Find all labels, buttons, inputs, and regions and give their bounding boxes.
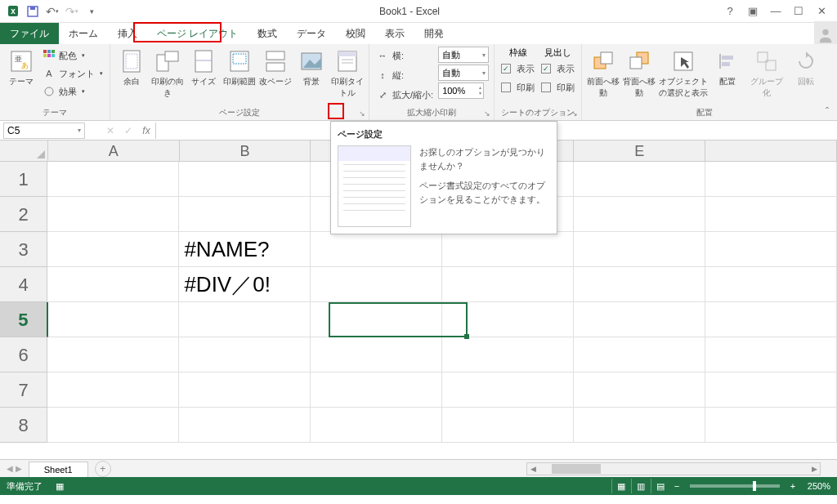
close-icon[interactable]: ✕ — [811, 3, 832, 20]
name-box[interactable]: C5 — [3, 123, 85, 139]
window-controls: ? ▣ — ☐ ✕ — [714, 3, 837, 20]
row-header-6[interactable]: 6 — [0, 337, 47, 372]
row-header-2[interactable]: 2 — [0, 197, 47, 232]
printtitles-button[interactable]: 印刷タイトル — [331, 47, 364, 100]
row-header-4[interactable]: 4 — [0, 267, 47, 302]
scale-spinner[interactable]: 100% — [438, 83, 484, 99]
orientation-label: 印刷の向き — [151, 76, 184, 99]
group-objects-button[interactable]: グループ化 — [747, 47, 786, 100]
title-bar: x ↶▾ ↷▾ ▾ Book1 - Excel ? ▣ — ☐ ✕ — [0, 0, 837, 23]
background-button[interactable]: 背景 — [295, 47, 328, 89]
ribbon: 亜あ テーマ 配色▾ Aフォント▾ 効果▾ テーマ 余白 印刷の向き サイズ 印… — [0, 44, 837, 121]
horizontal-scrollbar[interactable]: ◀▶ — [526, 462, 821, 475]
pagesetup-dialog-launcher[interactable]: ↘ — [357, 109, 367, 118]
selection-icon — [670, 48, 696, 74]
rotate-icon — [793, 48, 819, 74]
scale-dialog-launcher[interactable]: ↘ — [482, 109, 492, 118]
tab-pagelayout[interactable]: ページ レイアウト — [147, 23, 248, 44]
margins-button[interactable]: 余白 — [115, 47, 148, 89]
bring-forward-icon — [590, 48, 616, 74]
theme-effects-button[interactable]: 効果▾ — [41, 83, 105, 100]
excel-app-icon: x — [5, 3, 21, 20]
zoom-level[interactable]: 250% — [808, 481, 830, 491]
fx-button[interactable]: fx — [137, 123, 155, 139]
theme-colors-button[interactable]: 配色▾ — [41, 47, 105, 65]
send-backward-button[interactable]: 背面へ移動 — [623, 47, 656, 100]
col-header-A[interactable]: A — [48, 140, 180, 162]
sheet-tab-1[interactable]: Sheet1 — [29, 462, 88, 477]
help-icon[interactable]: ? — [719, 3, 741, 20]
view-normal-icon[interactable]: ▦ — [611, 479, 631, 493]
effects-label: 効果 — [59, 86, 77, 98]
theme-fonts-button[interactable]: Aフォント▾ — [41, 65, 105, 83]
svg-rect-6 — [43, 50, 47, 53]
qat-customize-icon[interactable]: ▾ — [83, 3, 100, 20]
undo-icon[interactable]: ↶▾ — [44, 3, 60, 20]
cell-B1[interactable] — [179, 162, 311, 197]
selection-pane-button[interactable]: オブジェクトの選択と表示 — [659, 47, 708, 100]
tab-home[interactable]: ホーム — [59, 23, 108, 44]
orientation-button[interactable]: 印刷の向き — [151, 47, 184, 100]
row-header-3[interactable]: 3 — [0, 232, 47, 267]
minimize-icon[interactable]: — — [765, 3, 786, 20]
size-button[interactable]: サイズ — [187, 47, 220, 89]
background-icon — [298, 48, 325, 74]
cell-B4[interactable]: #DIV／0! — [179, 267, 311, 302]
redo-icon[interactable]: ↷▾ — [64, 3, 80, 20]
svg-rect-16 — [165, 51, 178, 61]
sheet-nav-prev[interactable]: ◀ ▶ — [0, 464, 29, 473]
user-avatar[interactable] — [814, 21, 837, 44]
zoom-slider[interactable] — [690, 484, 780, 488]
ribbon-collapse-icon[interactable]: ˆ — [821, 105, 834, 118]
tab-file[interactable]: ファイル — [0, 23, 59, 44]
add-sheet-button[interactable]: + — [95, 461, 111, 477]
zoom-out-button[interactable]: − — [670, 481, 683, 491]
cell-A1[interactable] — [47, 162, 179, 197]
svg-rect-26 — [338, 51, 356, 56]
tab-formulas[interactable]: 数式 — [248, 23, 287, 44]
themes-button[interactable]: 亜あ テーマ — [5, 47, 38, 89]
ribbon-display-icon[interactable]: ▣ — [742, 3, 763, 20]
cell-B3[interactable]: #NAME? — [179, 232, 311, 267]
svg-rect-32 — [630, 57, 642, 69]
maximize-icon[interactable]: ☐ — [788, 3, 809, 20]
view-pagebreak-icon[interactable]: ▤ — [651, 479, 670, 493]
tab-view[interactable]: 表示 — [375, 23, 414, 44]
tab-data[interactable]: データ — [287, 23, 336, 44]
view-pagelayout-icon[interactable]: ▥ — [631, 479, 651, 493]
row-header-1[interactable]: 1 — [0, 162, 47, 197]
fonts-label: フォント — [59, 68, 95, 80]
col-header-F[interactable] — [705, 140, 837, 162]
tab-developer[interactable]: 開発 — [414, 23, 454, 44]
cell-C5[interactable] — [311, 302, 442, 337]
colors-icon — [43, 49, 56, 62]
breaks-button[interactable]: 改ページ — [259, 47, 292, 89]
sheetoptions-dialog-launcher[interactable]: ↘ — [570, 109, 580, 118]
col-header-B[interactable]: B — [180, 140, 311, 162]
row-header-5[interactable]: 5 — [0, 302, 48, 337]
accept-formula-icon[interactable]: ✓ — [119, 123, 137, 139]
rotate-button[interactable]: 回転 — [790, 47, 822, 89]
col-header-E[interactable]: E — [574, 140, 705, 162]
tab-review[interactable]: 校閲 — [336, 23, 375, 44]
zoom-in-button[interactable]: + — [786, 481, 799, 491]
width-combo[interactable]: 自動 — [438, 47, 489, 63]
save-icon[interactable] — [25, 3, 41, 20]
headings-view-checkbox[interactable]: 表示 — [539, 60, 576, 78]
tab-insert[interactable]: 挿入 — [108, 23, 147, 44]
gridlines-print-checkbox[interactable]: 印刷 — [499, 78, 536, 96]
printarea-button[interactable]: 印刷範囲 — [223, 47, 256, 89]
macro-record-icon[interactable]: ▦ — [56, 481, 64, 492]
align-button[interactable]: 配置 — [711, 47, 744, 89]
status-ready: 準備完了 — [7, 480, 43, 493]
margins-icon — [119, 48, 145, 74]
tooltip-line1: お探しのオプションが見つかりませんか？ — [419, 145, 550, 172]
height-combo[interactable]: 自動 — [438, 65, 489, 81]
headings-print-checkbox[interactable]: 印刷 — [539, 78, 576, 96]
row-header-8[interactable]: 8 — [0, 408, 47, 443]
select-all-corner[interactable] — [0, 140, 48, 162]
cancel-formula-icon[interactable]: ✕ — [101, 123, 119, 139]
bring-forward-button[interactable]: 前面へ移動 — [587, 47, 620, 100]
row-header-7[interactable]: 7 — [0, 372, 47, 408]
gridlines-view-checkbox[interactable]: 表示 — [499, 60, 536, 78]
